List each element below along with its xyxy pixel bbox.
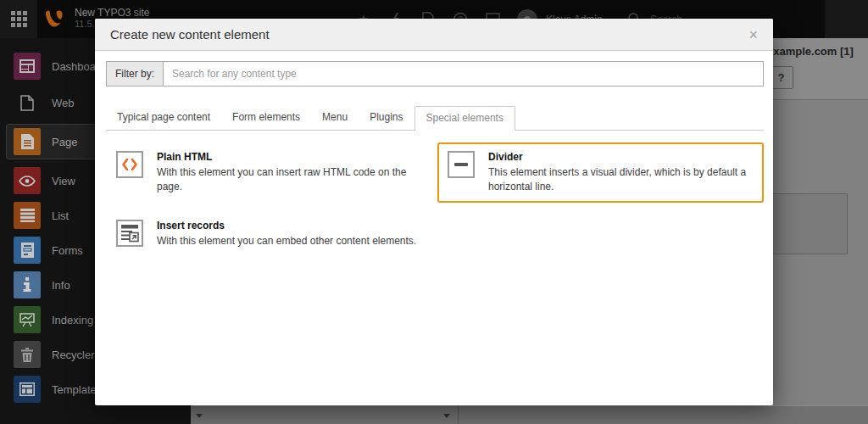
item-insert-records[interactable]: Insert records With this element you can… xyxy=(106,211,432,263)
item-title: Divider xyxy=(488,151,754,163)
close-icon[interactable]: × xyxy=(748,27,758,42)
sidebar-item-label: Template xyxy=(52,383,97,396)
bottom-select-right[interactable] xyxy=(459,406,868,424)
content-element-list: Plain HTML With this element you can ins… xyxy=(106,142,764,263)
item-plain-html[interactable]: Plain HTML With this element you can ins… xyxy=(106,142,432,203)
sidebar-item-label: Web xyxy=(52,97,75,109)
modal-title: Create new content element xyxy=(110,27,748,42)
forms-icon xyxy=(14,237,41,264)
filter-by-label: Filter by: xyxy=(106,61,163,86)
template-layout-icon xyxy=(14,376,41,403)
item-description: With this element you can embed other co… xyxy=(157,234,416,248)
site-name: New TYPO3 site xyxy=(75,7,149,19)
item-description: With this element you can insert raw HTM… xyxy=(157,165,422,194)
tab-form-elements[interactable]: Form elements xyxy=(221,106,311,130)
html-code-icon xyxy=(116,151,143,178)
typo3-logo-icon xyxy=(42,7,66,31)
sidebar-item-label: Page xyxy=(52,136,77,148)
dashboard-icon xyxy=(14,53,41,80)
indexing-chart-icon xyxy=(14,306,41,333)
sidebar-item-label: Recycler xyxy=(52,349,95,361)
item-divider[interactable]: Divider This element inserts a visual di… xyxy=(437,142,764,203)
topbar-right-segment xyxy=(825,0,868,38)
page-title: example.com [1] xyxy=(767,45,854,58)
divider-icon xyxy=(448,151,475,178)
bottom-toolbar xyxy=(191,405,868,424)
app-grid-icon xyxy=(11,11,27,27)
tab-menu[interactable]: Menu xyxy=(311,106,359,130)
item-title: Insert records xyxy=(157,220,416,232)
view-eye-icon xyxy=(14,167,41,194)
modal-header: Create new content element × xyxy=(95,19,773,51)
bottom-select-left[interactable] xyxy=(191,406,459,424)
page-icon xyxy=(14,128,41,155)
chevron-down-icon xyxy=(196,414,203,418)
create-content-element-modal: Create new content element × Filter by: … xyxy=(95,19,773,405)
sidebar-item-label: Indexing xyxy=(52,314,93,326)
module-menu-toggle[interactable] xyxy=(0,0,37,38)
web-icon xyxy=(14,89,41,116)
filter-group: Filter by: xyxy=(106,61,764,86)
tab-plugins[interactable]: Plugins xyxy=(359,106,414,130)
sidebar-item-label: Forms xyxy=(52,244,83,257)
tab-typical-page-content[interactable]: Typical page content xyxy=(106,106,221,130)
list-icon xyxy=(14,202,41,229)
chevron-down-icon xyxy=(443,414,450,418)
sidebar-item-label: Info xyxy=(52,279,70,292)
content-element-tabs: Typical page content Form elements Menu … xyxy=(106,106,764,131)
insert-records-icon xyxy=(116,220,143,247)
sidebar-item-label: View xyxy=(52,175,75,187)
info-icon xyxy=(14,271,41,298)
sidebar-item-label: List xyxy=(52,209,69,222)
content-type-search-input[interactable] xyxy=(163,61,764,86)
item-description: This element inserts a visual divider, w… xyxy=(488,165,754,194)
tab-special-elements[interactable]: Special elements xyxy=(415,106,515,131)
recycler-trash-icon xyxy=(14,341,41,368)
item-title: Plain HTML xyxy=(157,151,422,163)
